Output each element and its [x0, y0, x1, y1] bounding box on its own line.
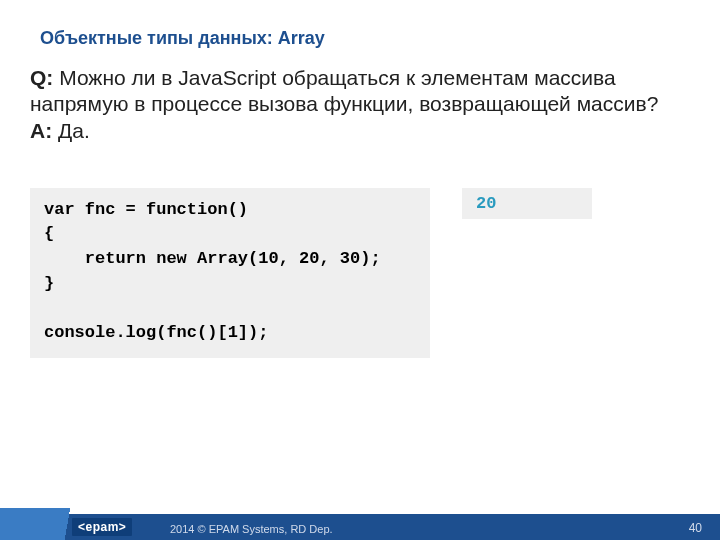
a-label: A:: [30, 119, 52, 142]
logo-badge: <epam>: [72, 518, 132, 536]
content-row: var fnc = function() { return new Array(…: [0, 144, 720, 358]
q-text: Можно ли в JavaScript обращаться к элеме…: [30, 66, 658, 115]
slide: Объектные типы данных: Array Q: Можно ли…: [0, 0, 720, 540]
q-label: Q:: [30, 66, 53, 89]
code-block: var fnc = function() { return new Array(…: [30, 188, 430, 358]
footer-bar: <epam> 2014 © EPAM Systems, RD Dep. 40: [0, 514, 720, 540]
footer-copyright: 2014 © EPAM Systems, RD Dep.: [170, 523, 333, 535]
page-number: 40: [689, 521, 702, 535]
output-block: 20: [462, 188, 592, 219]
question-line: Q: Можно ли в JavaScript обращаться к эл…: [30, 65, 680, 118]
qa-block: Q: Можно ли в JavaScript обращаться к эл…: [0, 49, 720, 144]
slide-title: Объектные типы данных: Array: [0, 0, 720, 49]
answer-line: A: Да.: [30, 118, 680, 144]
a-text: Да.: [52, 119, 90, 142]
